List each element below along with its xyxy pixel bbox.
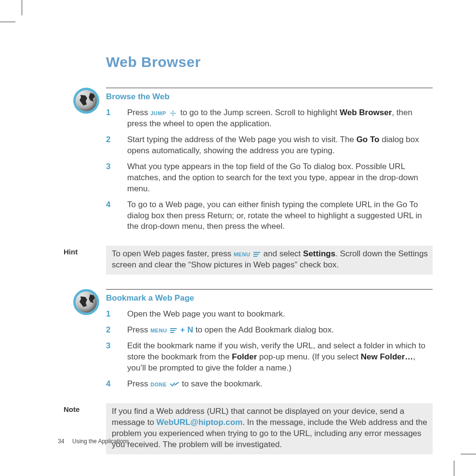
step: 2 Press MENU + N to open the Add Bookmar… [106, 325, 433, 336]
page-number: 34 [58, 438, 64, 445]
callout-body: To open Web pages faster, press MENU and… [106, 246, 433, 275]
callout-label: Hint [58, 246, 106, 256]
step-number: 1 [106, 309, 110, 320]
svg-point-1 [174, 112, 175, 113]
support-email: WebURL@hiptop.com [157, 418, 243, 427]
section-browse: Browse the Web 1 Press JUMP to go to the… [58, 88, 433, 232]
step-text: Press DONE to save the bookmark. [127, 379, 263, 388]
step-number: 2 [106, 325, 110, 336]
section-bookmark: Bookmark a Web Page 1 Open the Web page … [58, 289, 433, 390]
svg-rect-5 [253, 252, 260, 253]
svg-rect-7 [253, 256, 257, 257]
crop-mark [22, 0, 22, 15]
step-number: 1 [106, 107, 110, 119]
svg-point-2 [172, 110, 173, 111]
svg-point-4 [172, 112, 174, 114]
page-title: Web Browser [106, 54, 433, 70]
step: 3 Edit the bookmark name if you wish, ve… [106, 341, 433, 374]
step-text: Edit the bookmark name if you wish, veri… [127, 341, 425, 372]
step: 1 Press JUMP to go to the Jump screen. S… [106, 107, 433, 130]
svg-point-3 [172, 114, 173, 115]
menu-icon [170, 328, 177, 333]
svg-rect-6 [253, 254, 259, 255]
step: 3 What you type appears in the top field… [106, 161, 433, 195]
crop-mark [0, 22, 15, 22]
done-button-label: DONE [150, 382, 167, 387]
jump-icon [169, 110, 177, 116]
step-number: 3 [106, 161, 110, 172]
hint-callout: Hint To open Web pages faster, press MEN… [58, 246, 433, 275]
step-text: Start typing the address of the Web page… [127, 135, 419, 155]
svg-point-0 [171, 112, 172, 113]
menu-icon [253, 252, 260, 257]
step-number: 3 [106, 341, 110, 352]
note-callout: Note If you find a Web address (URL) tha… [58, 403, 433, 454]
section-heading: Bookmark a Web Page [106, 293, 433, 303]
globe-icon [73, 88, 99, 114]
globe-icon [73, 289, 99, 315]
crop-mark [454, 461, 454, 476]
callout-label: Note [58, 403, 106, 413]
step-text: Open the Web page you want to bookmark. [127, 309, 285, 318]
step: 4 Press DONE to save the bookmark. [106, 379, 433, 390]
step-number: 2 [106, 134, 110, 145]
divider [106, 88, 433, 88]
jump-button-label: JUMP [150, 110, 166, 116]
done-icon [170, 382, 179, 386]
svg-rect-8 [170, 328, 177, 329]
menu-button-label: MENU [150, 328, 167, 333]
divider [106, 289, 433, 290]
svg-rect-10 [170, 332, 174, 333]
step: 4 To go to a Web page, you can either fi… [106, 199, 433, 233]
step-text: To go to a Web page, you can either fini… [127, 200, 422, 231]
svg-rect-9 [170, 330, 175, 331]
step-text: What you type appears in the top field o… [127, 162, 418, 193]
step-number: 4 [106, 379, 110, 390]
page-footer: 34 Using the Applications [58, 438, 129, 445]
callout-body: If you find a Web address (URL) that can… [106, 403, 433, 454]
section-heading: Browse the Web [106, 92, 433, 102]
step-text: Press JUMP to go to the Jump screen. Scr… [127, 108, 412, 128]
step-text: Press MENU + N to open the Add Bookmark … [127, 325, 334, 334]
crop-mark [461, 454, 476, 454]
menu-button-label: MENU [234, 251, 250, 257]
footer-section: Using the Applications [72, 438, 129, 445]
step-number: 4 [106, 199, 110, 211]
step: 2 Start typing the address of the Web pa… [106, 134, 433, 157]
step: 1 Open the Web page you want to bookmark… [106, 309, 433, 320]
